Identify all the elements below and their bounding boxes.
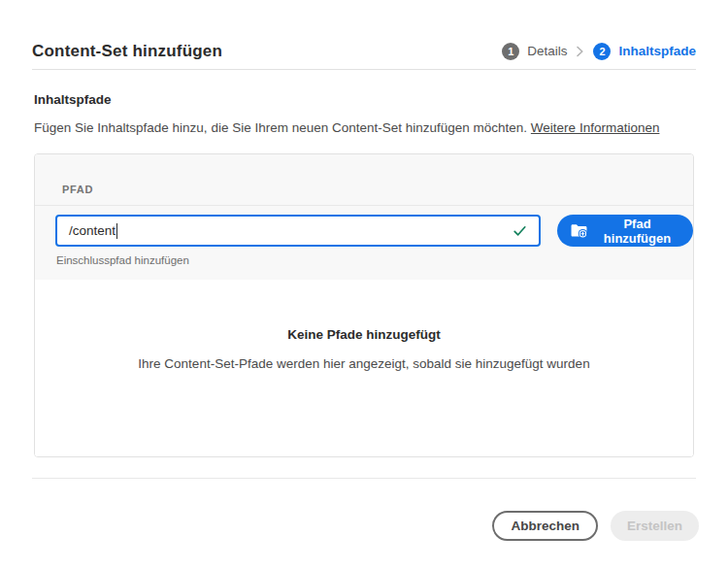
valid-checkmark-icon — [513, 224, 527, 242]
empty-state-description: Ihre Content-Set-Pfade werden hier angez… — [35, 356, 693, 371]
step-number-badge: 2 — [593, 43, 611, 60]
step-number-badge: 1 — [502, 43, 519, 60]
step-label: Details — [527, 44, 567, 58]
step-details[interactable]: 1 Details — [502, 43, 567, 60]
section-heading: Inhaltspfade — [34, 92, 112, 107]
create-button[interactable]: Erstellen — [611, 511, 699, 541]
footer-actions: Abbrechen Erstellen — [492, 511, 699, 541]
step-inhaltspfade[interactable]: 2 Inhaltspfade — [593, 43, 696, 60]
page-title: Content-Set hinzufügen — [32, 42, 222, 61]
path-input[interactable]: /content — [55, 215, 541, 247]
dialog-header: Content-Set hinzufügen 1 Details 2 Inhal… — [32, 0, 696, 70]
footer-divider — [32, 478, 696, 479]
add-path-button[interactable]: Pfad hinzufügen — [557, 215, 693, 247]
path-form-section: PFAD /content Pfad hinzufügen Einschluss… — [35, 154, 693, 280]
more-info-link[interactable]: Weitere Informationen — [531, 120, 660, 135]
wizard-stepper: 1 Details 2 Inhaltspfade — [502, 43, 696, 60]
description-text: Fügen Sie Inhaltspfade hinzu, die Sie Ih… — [34, 120, 527, 135]
step-label: Inhaltspfade — [618, 44, 696, 58]
path-helper-text: Einschlusspfad hinzufügen — [56, 254, 189, 266]
text-caret — [116, 223, 117, 239]
content-paths-card: PFAD /content Pfad hinzufügen Einschluss… — [34, 153, 694, 457]
empty-state: Keine Pfade hinzugefügt Ihre Content-Set… — [35, 280, 693, 456]
column-divider — [35, 205, 693, 206]
path-input-value: /content — [69, 223, 116, 238]
chevron-right-icon — [576, 46, 584, 57]
section-description: Fügen Sie Inhaltspfade hinzu, die Sie Ih… — [34, 120, 659, 135]
empty-state-title: Keine Pfade hinzugefügt — [35, 327, 693, 342]
folder-add-icon — [571, 223, 587, 238]
cancel-button[interactable]: Abbrechen — [492, 511, 598, 541]
add-path-button-label: Pfad hinzufügen — [595, 217, 679, 246]
path-column-header: PFAD — [62, 184, 93, 195]
